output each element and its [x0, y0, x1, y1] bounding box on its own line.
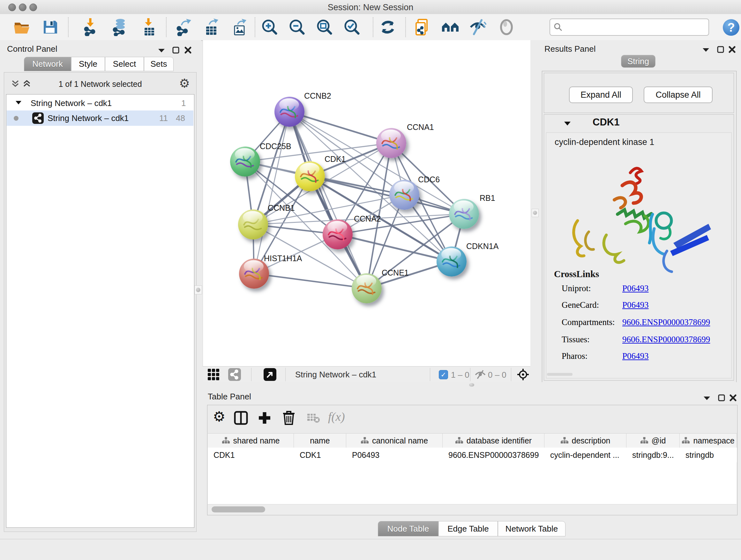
network-options-gear-icon[interactable]: ⚙	[179, 76, 190, 90]
open-session-icon[interactable]	[13, 18, 30, 36]
zoom-fit-icon[interactable]	[316, 18, 333, 36]
function-builder-icon[interactable]: f(x)	[328, 410, 345, 424]
close-panel-icon[interactable]	[729, 394, 737, 401]
zoom-in-icon[interactable]	[261, 18, 279, 36]
zoom-out-icon[interactable]	[288, 18, 306, 36]
table-cell[interactable]: P06493	[346, 448, 443, 462]
clone-network-icon[interactable]	[414, 18, 431, 36]
expand-all-button[interactable]: Expand All	[569, 86, 633, 103]
table-cell[interactable]: stringdb	[680, 448, 737, 462]
graph-node-CDC6[interactable]	[389, 180, 419, 210]
network-canvas[interactable]: CCNB2CCNA1CDC25BCDK1CDC6RB1CCNB1CCNA2CDK…	[203, 40, 531, 366]
search-field[interactable]	[549, 18, 709, 36]
collapse-panel-icon[interactable]	[702, 47, 710, 52]
fit-content-crosshair-icon[interactable]	[517, 368, 529, 381]
node-gloss	[300, 163, 320, 175]
table-cell[interactable]: CDK1	[294, 448, 346, 462]
table-row[interactable]: CDK1CDK1P064939606.ENSP00000378699cyclin…	[208, 448, 737, 462]
crosslink-value[interactable]: 9606.ENSP00000378699	[622, 317, 710, 327]
selected-checkbox-icon[interactable]: ✓	[439, 370, 448, 379]
left-splitter-handle[interactable]	[194, 286, 202, 294]
crosslink-value[interactable]: P06493	[622, 284, 649, 294]
graph-node-CDC25B[interactable]	[230, 146, 260, 177]
import-network-database-icon[interactable]	[111, 18, 129, 36]
import-network-file-icon[interactable]	[82, 18, 100, 36]
column-header-namespace[interactable]: namespace	[680, 434, 737, 448]
network-row-selected[interactable]: String Network – cdk1 11 48	[7, 111, 193, 126]
hscrollbar-thumb[interactable]	[212, 506, 265, 512]
network-collection-row[interactable]: String Network – cdk1 1	[6, 96, 193, 111]
network-view-share-icon[interactable]	[228, 368, 241, 381]
close-panel-icon[interactable]	[728, 46, 736, 53]
node-gloss	[356, 275, 376, 287]
show-all-icon[interactable]	[497, 18, 515, 36]
tab-select[interactable]: Select	[105, 57, 144, 71]
tab-edge-table[interactable]: Edge Table	[439, 521, 498, 537]
export-image-icon[interactable]	[230, 18, 248, 36]
table-gear-icon[interactable]: ⚙	[213, 408, 225, 425]
right-splitter-handle[interactable]	[532, 209, 539, 217]
right-splitter[interactable]	[530, 40, 539, 388]
table-cell[interactable]: stringdb:9...	[626, 448, 680, 462]
column-header-name[interactable]: name	[294, 434, 346, 448]
collapse-panel-icon[interactable]	[158, 48, 165, 53]
add-row-icon[interactable]	[258, 411, 272, 425]
tab-style[interactable]: Style	[71, 57, 105, 71]
graph-node-CCNA2[interactable]	[323, 219, 353, 249]
annotation-mode-icon[interactable]	[264, 368, 276, 381]
apply-layout-icon[interactable]	[379, 18, 397, 36]
grid-view-icon[interactable]	[207, 368, 219, 381]
graph-node-CCNA1[interactable]	[376, 128, 406, 158]
graph-node-CDKN1A[interactable]	[436, 246, 467, 276]
export-table-icon[interactable]	[202, 18, 219, 36]
float-panel-icon[interactable]	[717, 46, 724, 53]
column-header-shared-name[interactable]: shared name	[208, 434, 294, 448]
graph-node-CDK1[interactable]	[295, 161, 325, 191]
collapse-panel-icon[interactable]	[703, 395, 711, 401]
manage-columns-icon[interactable]	[234, 411, 248, 425]
tab-network[interactable]: Network	[24, 57, 71, 71]
tab-network-table[interactable]: Network Table	[498, 521, 565, 537]
table-hscrollbar[interactable]	[208, 504, 737, 515]
graph-node-CCNB2[interactable]	[274, 97, 305, 127]
delete-table-icon[interactable]	[307, 414, 320, 423]
graph-node-RB1[interactable]	[449, 199, 479, 229]
crosslink-value[interactable]: 9606.ENSP00000378699	[622, 334, 710, 345]
crosslink-value[interactable]: P06493	[622, 351, 649, 361]
horizontal-splitter[interactable]	[203, 382, 741, 388]
help-icon[interactable]: ?	[723, 19, 740, 37]
graph-node-CCNB1[interactable]	[238, 209, 268, 240]
search-input[interactable]	[566, 20, 709, 34]
netbar-separator	[470, 368, 470, 381]
tab-node-table[interactable]: Node Table	[378, 521, 439, 537]
delete-row-icon[interactable]	[282, 410, 296, 425]
entry-collapse-icon[interactable]	[564, 121, 571, 126]
collapse-all-button[interactable]: Collapse All	[644, 86, 713, 103]
column-header--id[interactable]: @id	[626, 434, 680, 448]
zoom-selected-icon[interactable]	[343, 18, 361, 36]
toolbar-separator	[405, 17, 406, 37]
collection-expand-icon[interactable]	[15, 100, 22, 105]
graph-node-HIST1H1A[interactable]	[239, 259, 269, 289]
hidden-eye-icon[interactable]	[475, 369, 486, 380]
results-scrollbar-stub[interactable]	[547, 373, 572, 376]
import-table-icon[interactable]	[139, 18, 157, 36]
export-network-icon[interactable]	[175, 18, 192, 36]
tab-sets[interactable]: Sets	[144, 57, 174, 71]
hide-selection-icon[interactable]	[469, 18, 487, 36]
column-header-canonical-name[interactable]: canonical name	[346, 434, 443, 448]
float-panel-icon[interactable]	[172, 46, 180, 54]
table-cell[interactable]: CDK1	[208, 448, 294, 462]
table-cell[interactable]: cyclin-dependent ...	[544, 448, 626, 462]
first-neighbors-icon[interactable]	[441, 18, 459, 36]
network-list: String Network – cdk1 1 String Network –…	[6, 94, 194, 528]
crosslink-value[interactable]: P06493	[622, 300, 649, 310]
string-results-tab[interactable]: String	[621, 55, 656, 68]
column-header-database-identifier[interactable]: database identifier	[443, 434, 544, 448]
column-header-description[interactable]: description	[544, 434, 626, 448]
close-panel-icon[interactable]	[184, 46, 192, 54]
save-session-icon[interactable]	[41, 18, 59, 36]
graph-node-CCNE1[interactable]	[352, 273, 382, 303]
float-panel-icon[interactable]	[718, 394, 725, 401]
table-cell[interactable]: 9606.ENSP00000378699	[443, 448, 544, 462]
